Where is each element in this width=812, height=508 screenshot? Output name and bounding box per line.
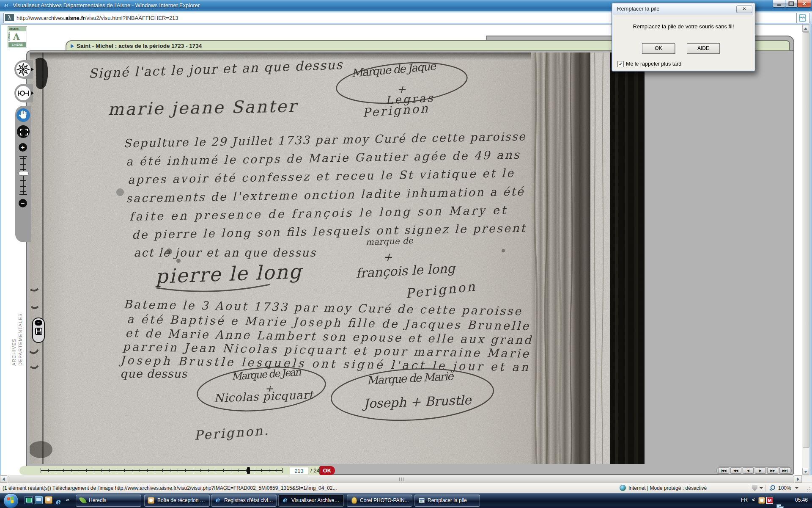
minimize-button[interactable] [773,0,785,8]
shield-dropdown-icon[interactable] [760,487,763,489]
manuscript-scan-image[interactable]: Signé l'act le jour et an que dessus Mar… [30,52,645,464]
url-prefix: http://www.archives. [16,15,66,21]
replace-battery-dialog: Remplacer la pile ✕ Remplacez la pile de… [612,3,755,72]
archives-departementales-vertical-label: ARCHIVES DEPARTEMENTALES [11,253,25,366]
compatibility-view-button[interactable] [797,13,809,23]
horizontal-scrollbar[interactable] [0,475,812,483]
start-button[interactable] [3,493,19,508]
current-page-input[interactable]: 213 [290,467,308,475]
statusbar-separator [748,485,748,491]
slider-start-tick [41,468,41,473]
page-navigation-group: |◀◀ ◀◀ ◀ ▶ ▶▶ ▶▶| [716,467,792,475]
quicklaunch-window-switcher-icon[interactable] [35,496,43,504]
quicklaunch-ie-icon[interactable]: e [55,498,60,505]
arrow-up-icon [804,28,807,30]
first-page-button[interactable]: |◀◀ [718,467,729,474]
resize-grip-icon[interactable] [806,486,811,491]
taskbar-button-corel[interactable]: Corel PHOTO-PAIN... [347,494,412,507]
pan-tool-button[interactable] [16,108,30,122]
clock[interactable]: 05:46 [795,497,808,503]
fast-back-button[interactable]: ◀◀ [730,467,741,474]
dialog-ok-button[interactable]: OK [642,43,675,54]
zoom-out-button[interactable]: − [19,199,27,207]
window-border-right [809,24,812,483]
logo-line1: GÉNÉRAL [8,27,26,31]
rotate-tool-button[interactable] [16,62,30,77]
selection-marquee-icon [20,129,28,135]
quicklaunch-show-desktop-icon[interactable] [25,496,33,504]
select-region-button[interactable] [17,125,30,138]
scroll-right-button[interactable] [795,475,802,483]
zoom-level-label[interactable]: 100% [778,485,791,491]
zoom-in-button[interactable]: + [19,143,27,152]
vertical-scroll-thumb[interactable] [803,32,809,448]
taskbar-button-label: Boîte de réception - ... [157,497,206,503]
scroll-down-button[interactable] [802,468,809,475]
compass-star-icon [16,62,30,77]
taskbar-button-label: Visualiseur Archives ... [291,497,340,503]
scroll-up-button[interactable] [802,25,809,32]
quicklaunch-mail-icon[interactable] [45,496,53,504]
vertical-scrollbar[interactable] [802,25,809,475]
tool-expand-arrow-icon[interactable] [31,68,34,71]
taskbar-button-label: Remplacer la pile [428,497,477,503]
fast-forward-button[interactable]: ▶▶ [767,467,778,474]
next-page-button[interactable]: ▶ [755,467,766,474]
page-slider-handle[interactable] [247,467,250,474]
hand-icon [16,108,30,122]
language-indicator[interactable]: FR [741,497,748,503]
scroll-left-button[interactable] [0,475,7,483]
logo-line2: CONSEIL [8,32,10,41]
window-title: Visualiseur Archives Départementales de … [13,2,200,8]
maximize-button[interactable] [785,0,798,8]
zoom-slider[interactable] [15,156,31,195]
save-button[interactable] [35,328,42,335]
tray-mcafee-icon[interactable]: M [766,497,773,504]
previous-page-button[interactable]: ◀ [743,467,754,474]
last-page-button[interactable]: ▶▶| [779,467,790,474]
close-icon: ✕ [802,1,806,6]
viewer-header-title: Saint - Michel : actes de la période 172… [77,43,202,49]
logo-line3: L'AISNE [8,42,26,47]
conseil-general-aisne-logo: GÉNÉRAL CONSEIL A L'AISNE [8,26,27,48]
ie-icon: e [283,497,287,503]
tool-bump [14,84,33,102]
dialog-titlebar[interactable]: Remplacer la pile ✕ [613,4,753,14]
quicklaunch-overflow-chevron[interactable]: » [66,496,69,502]
dialog-window-icon [419,498,425,503]
taskbar-button-registres[interactable]: e Registres d'état civil,... [211,494,277,507]
film-grain [30,52,645,464]
tray-mail-icon[interactable] [758,497,765,504]
corel-icon [351,497,357,504]
slider-end-tick [19,194,27,195]
go-to-page-ok-button[interactable]: OK [319,466,335,475]
tray-network-icon[interactable] [776,504,784,508]
remind-later-label: Me le rappeler plus tard [626,61,681,67]
dialog-help-button[interactable]: AIDE [687,43,720,54]
security-zone-text: Internet | Mode protégé : désactivé [628,485,707,491]
contrast-tool-button[interactable] [16,86,30,100]
logo-tree-icon: A [13,32,20,42]
internet-zone-globe-icon [620,485,626,491]
horizontal-scroll-thumb[interactable] [8,476,794,483]
taskbar-button-label: Registres d'état civil,... [224,497,273,503]
url-domain: aisne.fr [66,15,85,21]
remind-later-checkbox[interactable]: ✓ [617,61,624,67]
download-status-text: (1 élément restant(s)) Téléchargement de… [3,485,337,491]
dialog-close-button[interactable]: ✕ [736,6,752,13]
taskbar-button-inbox[interactable]: Boîte de réception - ... [144,494,210,507]
tray-expand-chevron[interactable]: < [752,497,755,503]
taskbar-button-remplacer[interactable]: Remplacer la pile [414,494,480,507]
zoom-magnifier-icon [771,485,775,490]
close-button[interactable]: ✕ [797,0,811,8]
zoom-dropdown-icon[interactable] [795,487,798,489]
zoom-slider-handle[interactable] [19,171,29,176]
fit-view-button[interactable]: = [35,320,42,326]
tool-expand-arrow-icon[interactable] [31,91,34,95]
taskbar-button-heredis[interactable]: Heredis [76,494,141,507]
page-slider-bar: 213 / 244 [19,466,321,475]
windows-flag-icon [7,497,14,505]
taskbar-button-visualiseur[interactable]: e Visualiseur Archives ... [278,494,344,507]
vertical-label-line1: ARCHIVES [11,339,16,366]
broken-page-icon [799,14,806,22]
